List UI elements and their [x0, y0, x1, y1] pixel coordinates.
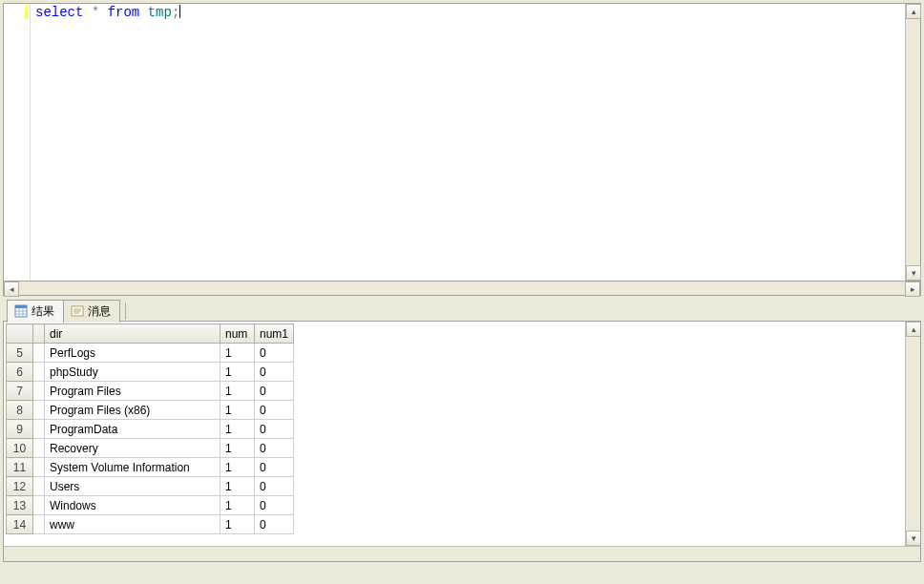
cell-num1[interactable]: 0	[255, 496, 294, 515]
column-header-num1[interactable]: num1	[255, 324, 294, 344]
editor-vertical-scrollbar[interactable]: ▴ ▾	[905, 4, 920, 281]
scroll-up-icon[interactable]: ▴	[906, 322, 920, 337]
cell-num[interactable]: 1	[220, 439, 255, 458]
results-pane: dir num num1 5PerfLogs106phpStudy107Prog…	[3, 322, 921, 562]
cell-num[interactable]: 1	[220, 382, 255, 401]
scroll-track[interactable]	[906, 19, 920, 265]
row-selector-cell[interactable]	[33, 458, 45, 477]
row-selector-cell[interactable]	[33, 344, 45, 363]
cell-num[interactable]: 1	[220, 344, 255, 363]
results-grid[interactable]: dir num num1 5PerfLogs106phpStudy107Prog…	[4, 322, 905, 546]
results-tab-bar: 结果 消息	[3, 296, 921, 322]
table-row[interactable]: 5PerfLogs10	[7, 344, 294, 363]
editor-gutter	[4, 4, 31, 281]
row-number-cell[interactable]: 7	[7, 382, 33, 401]
editor-line-highlight	[25, 5, 29, 19]
table-header-row: dir num num1	[7, 324, 294, 344]
cell-dir[interactable]: Program Files (x86)	[45, 401, 220, 420]
cell-num1[interactable]: 0	[255, 420, 294, 439]
cell-num[interactable]: 1	[220, 477, 255, 496]
table-row[interactable]: 8Program Files (x86)10	[7, 401, 294, 420]
sql-editor[interactable]: select * from tmp;	[31, 4, 905, 281]
cell-dir[interactable]: ProgramData	[45, 420, 220, 439]
column-header-num[interactable]: num	[220, 324, 255, 344]
cell-num1[interactable]: 0	[255, 344, 294, 363]
row-number-cell[interactable]: 14	[7, 515, 33, 534]
editor-horizontal-scrollbar[interactable]: ◂ ▸	[3, 281, 921, 296]
results-table: dir num num1 5PerfLogs106phpStudy107Prog…	[6, 323, 294, 534]
cell-num1[interactable]: 0	[255, 382, 294, 401]
sql-keyword-select: select	[35, 5, 83, 20]
row-selector-cell[interactable]	[33, 496, 45, 515]
cell-num1[interactable]: 0	[255, 515, 294, 534]
cell-dir[interactable]: Windows	[45, 496, 220, 515]
sql-star: *	[92, 5, 99, 20]
table-row[interactable]: 13Windows10	[7, 496, 294, 515]
row-selector-cell[interactable]	[33, 439, 45, 458]
row-number-cell[interactable]: 9	[7, 420, 33, 439]
column-header-selector[interactable]	[33, 324, 45, 344]
cell-num[interactable]: 1	[220, 458, 255, 477]
row-number-cell[interactable]: 11	[7, 458, 33, 477]
tab-messages[interactable]: 消息	[63, 300, 120, 323]
cell-dir[interactable]: www	[45, 515, 220, 534]
cell-dir[interactable]: System Volume Information	[45, 458, 220, 477]
row-selector-cell[interactable]	[33, 401, 45, 420]
cell-dir[interactable]: Users	[45, 477, 220, 496]
scroll-track[interactable]	[19, 282, 905, 295]
sql-identifier: tmp	[148, 5, 172, 20]
cell-num[interactable]: 1	[220, 401, 255, 420]
cell-num1[interactable]: 0	[255, 439, 294, 458]
results-horizontal-scrollbar[interactable]	[4, 546, 920, 561]
cell-dir[interactable]: Recovery	[45, 439, 220, 458]
table-row[interactable]: 6phpStudy10	[7, 363, 294, 382]
scroll-left-icon[interactable]: ◂	[4, 282, 19, 297]
cell-dir[interactable]: phpStudy	[45, 363, 220, 382]
table-row[interactable]: 14www10	[7, 515, 294, 534]
cell-dir[interactable]: Program Files	[45, 382, 220, 401]
tab-separator	[125, 302, 126, 320]
table-row[interactable]: 12Users10	[7, 477, 294, 496]
scroll-track[interactable]	[906, 337, 920, 531]
row-selector-cell[interactable]	[33, 363, 45, 382]
cell-dir[interactable]: PerfLogs	[45, 344, 220, 363]
row-number-cell[interactable]: 10	[7, 439, 33, 458]
row-selector-cell[interactable]	[33, 515, 45, 534]
row-number-cell[interactable]: 8	[7, 401, 33, 420]
svg-rect-1	[15, 305, 27, 308]
cell-num[interactable]: 1	[220, 420, 255, 439]
tab-results[interactable]: 结果	[7, 300, 64, 323]
tab-results-label: 结果	[32, 303, 54, 320]
cell-num1[interactable]: 0	[255, 363, 294, 382]
row-selector-cell[interactable]	[33, 382, 45, 401]
scroll-down-icon[interactable]: ▾	[906, 265, 921, 281]
row-number-cell[interactable]: 5	[7, 344, 33, 363]
sql-editor-pane: select * from tmp; ▴ ▾	[3, 3, 921, 282]
scroll-right-icon[interactable]: ▸	[905, 282, 920, 297]
table-row[interactable]: 10Recovery10	[7, 439, 294, 458]
messages-icon	[71, 304, 84, 318]
results-vertical-scrollbar[interactable]: ▴ ▾	[905, 322, 920, 546]
column-header-rownum[interactable]	[7, 324, 33, 344]
tab-messages-label: 消息	[88, 303, 111, 320]
table-row[interactable]: 9ProgramData10	[7, 420, 294, 439]
row-number-cell[interactable]: 13	[7, 496, 33, 515]
row-selector-cell[interactable]	[33, 420, 45, 439]
column-header-dir[interactable]: dir	[45, 324, 220, 344]
scroll-down-icon[interactable]: ▾	[906, 531, 920, 546]
table-row[interactable]: 11System Volume Information10	[7, 458, 294, 477]
cell-num[interactable]: 1	[220, 496, 255, 515]
row-selector-cell[interactable]	[33, 477, 45, 496]
cell-num[interactable]: 1	[220, 515, 255, 534]
scroll-up-icon[interactable]: ▴	[906, 4, 921, 19]
cell-num1[interactable]: 0	[255, 458, 294, 477]
cell-num[interactable]: 1	[220, 363, 255, 382]
scroll-track[interactable]	[4, 547, 920, 561]
row-number-cell[interactable]: 6	[7, 363, 33, 382]
cell-num1[interactable]: 0	[255, 401, 294, 420]
text-caret	[179, 5, 180, 18]
cell-num1[interactable]: 0	[255, 477, 294, 496]
row-number-cell[interactable]: 12	[7, 477, 33, 496]
sql-keyword-from: from	[108, 5, 140, 20]
table-row[interactable]: 7Program Files10	[7, 382, 294, 401]
